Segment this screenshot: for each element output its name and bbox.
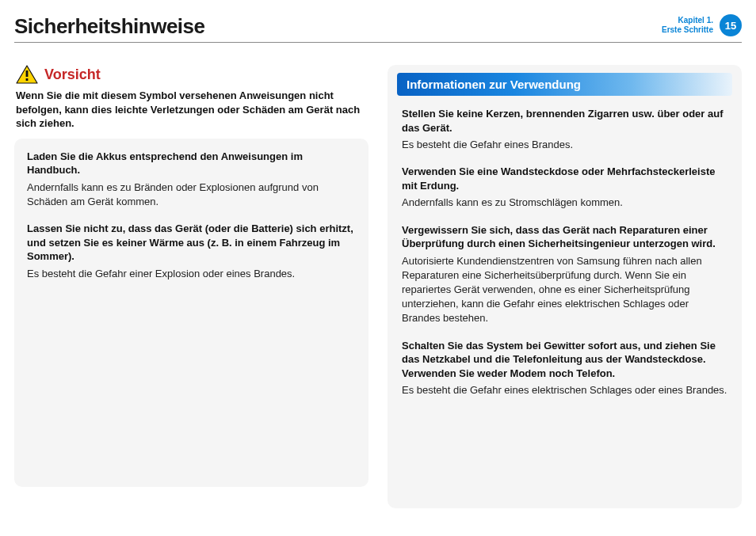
chapter-text: Kapitel 1. Erste Schritte bbox=[662, 16, 713, 35]
chapter-block: Kapitel 1. Erste Schritte 15 bbox=[662, 14, 742, 36]
caution-label: Vorsicht bbox=[44, 67, 101, 83]
svg-rect-1 bbox=[26, 70, 29, 77]
usage-item-heading: Vergewissern Sie sich, dass das Gerät na… bbox=[402, 223, 727, 251]
chapter-line-1: Kapitel 1. bbox=[662, 16, 713, 25]
page-title: Sicherheitshinweise bbox=[14, 14, 204, 39]
usage-item: Schalten Sie das System bei Gewitter sof… bbox=[402, 339, 727, 398]
safety-item-body: Es besteht die Gefahr einer Explosion od… bbox=[27, 267, 356, 281]
caution-heading: Vorsicht bbox=[14, 65, 368, 84]
left-card: Laden Sie die Akkus entsprechend den Anw… bbox=[14, 139, 368, 487]
usage-item-heading: Stellen Sie keine Kerzen, brennenden Zig… bbox=[402, 107, 727, 135]
chapter-line-2: Erste Schritte bbox=[662, 25, 713, 35]
safety-item-body: Andernfalls kann es zu Bränden oder Expl… bbox=[27, 181, 356, 209]
right-column: Informationen zur Verwendung Stellen Sie… bbox=[388, 65, 742, 508]
left-column: Vorsicht Wenn Sie die mit diesem Symbol … bbox=[14, 65, 368, 508]
svg-rect-2 bbox=[26, 78, 29, 81]
page-header: Sicherheitshinweise Kapitel 1. Erste Sch… bbox=[14, 14, 742, 43]
safety-item: Lassen Sie nicht zu, dass das Gerät (ode… bbox=[27, 222, 356, 281]
page-root: Sicherheitshinweise Kapitel 1. Erste Sch… bbox=[0, 0, 756, 536]
content-columns: Vorsicht Wenn Sie die mit diesem Symbol … bbox=[14, 65, 742, 508]
section-heading: Informationen zur Verwendung bbox=[397, 73, 732, 96]
usage-item: Vergewissern Sie sich, dass das Gerät na… bbox=[402, 223, 727, 326]
usage-item: Verwenden Sie eine Wandsteckdose oder Me… bbox=[402, 165, 727, 210]
warning-triangle-icon bbox=[16, 65, 38, 84]
usage-item-body: Autorisierte Kundendienstzentren von Sam… bbox=[402, 254, 727, 326]
usage-item-body: Es besteht die Gefahr eines elektrischen… bbox=[402, 383, 727, 397]
caution-description: Wenn Sie die mit diesem Symbol versehene… bbox=[14, 89, 368, 139]
usage-item-body: Andernfalls kann es zu Stromschlägen kom… bbox=[402, 196, 727, 210]
page-number-badge: 15 bbox=[720, 14, 742, 36]
right-inner: Stellen Sie keine Kerzen, brennenden Zig… bbox=[400, 107, 729, 397]
right-panel: Informationen zur Verwendung Stellen Sie… bbox=[388, 65, 742, 508]
usage-item: Stellen Sie keine Kerzen, brennenden Zig… bbox=[402, 107, 727, 152]
usage-item-heading: Schalten Sie das System bei Gewitter sof… bbox=[402, 339, 727, 381]
safety-item-heading: Lassen Sie nicht zu, dass das Gerät (ode… bbox=[27, 222, 356, 264]
usage-item-body: Es besteht die Gefahr eines Brandes. bbox=[402, 138, 727, 152]
safety-item-heading: Laden Sie die Akkus entsprechend den Anw… bbox=[27, 150, 356, 177]
safety-item: Laden Sie die Akkus entsprechend den Anw… bbox=[27, 150, 356, 209]
usage-item-heading: Verwenden Sie eine Wandsteckdose oder Me… bbox=[402, 165, 727, 192]
